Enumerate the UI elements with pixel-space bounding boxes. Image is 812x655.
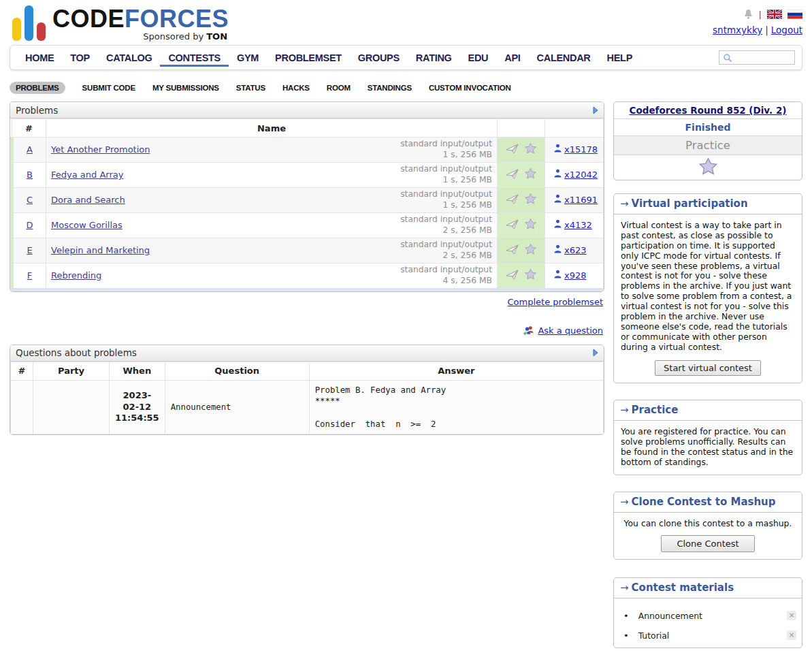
subnav-custom-invocation[interactable]: CUSTOM INVOCATION — [429, 84, 511, 92]
uk-flag-icon[interactable] — [767, 10, 782, 19]
favorite-star-icon[interactable] — [525, 143, 536, 156]
material-tutorial-link[interactable]: Tutorial — [638, 630, 787, 641]
problem-letter-link[interactable]: A — [27, 144, 33, 155]
practice-text: You are registered for practice. You can… — [614, 421, 802, 475]
codeforces-logo[interactable]: CODEFORCES Sponsored by TON — [12, 5, 229, 41]
question-index — [11, 380, 33, 434]
problem-name-link[interactable]: Fedya and Array — [51, 170, 123, 180]
problem-letter-link[interactable]: F — [27, 270, 32, 281]
problem-letter-link[interactable]: B — [27, 170, 33, 180]
clone-contest-box: →Clone Contest to Mashup You can clone t… — [613, 492, 802, 560]
nav-item-contests[interactable]: CONTESTS — [160, 48, 229, 67]
solved-user-icon — [554, 270, 562, 281]
sidebar: Codeforces Round 852 (Div. 2) Finished P… — [613, 101, 802, 648]
problem-letter-link[interactable]: E — [27, 245, 32, 255]
user-separator: | — [765, 25, 768, 35]
solved-count-link[interactable]: x11691 — [564, 195, 598, 205]
clone-contest-button[interactable]: Clone Contest — [661, 535, 754, 552]
problem-limits: standard input/output2 s, 256 MB — [400, 240, 492, 261]
col-header-name: Name — [46, 119, 498, 138]
favorite-star-icon[interactable] — [525, 269, 536, 282]
favorite-star-icon[interactable] — [525, 168, 536, 181]
favorite-star-icon[interactable] — [525, 193, 536, 206]
contest-favorite-star-icon[interactable] — [699, 167, 717, 177]
search-box — [719, 50, 795, 65]
complete-problemset-link[interactable]: Complete problemset — [508, 297, 603, 307]
logout-link[interactable]: Logout — [771, 25, 802, 35]
solved-count-link[interactable]: x928 — [564, 270, 587, 281]
nav-item-home[interactable]: HOME — [17, 48, 62, 66]
problem-row: C Dora and Searchstandard input/output1 … — [12, 187, 604, 212]
subnav-status[interactable]: STATUS — [236, 84, 265, 92]
submit-paper-plane-icon[interactable] — [506, 194, 519, 206]
search-input[interactable] — [735, 53, 790, 63]
solved-count-link[interactable]: x12042 — [564, 170, 598, 180]
contest-materials-title: Contest materials — [632, 581, 734, 594]
nav-item-catalog[interactable]: CATALOG — [98, 48, 160, 66]
problem-limits: standard input/output4 s, 256 MB — [400, 265, 492, 287]
virtual-participation-title: Virtual participation — [632, 197, 748, 210]
start-virtual-contest-button[interactable]: Start virtual contest — [655, 360, 761, 376]
q-col-index: # — [11, 362, 33, 380]
favorite-star-icon[interactable] — [525, 244, 536, 257]
solved-count-link[interactable]: x4132 — [564, 220, 592, 230]
contest-materials-box: →Contest materials Announcement × Tutori… — [613, 577, 802, 648]
nav-item-edu[interactable]: EDU — [460, 48, 497, 66]
subnav-room[interactable]: ROOM — [327, 84, 351, 92]
solved-count-link[interactable]: x15178 — [564, 144, 598, 155]
expand-arrow-icon[interactable] — [593, 106, 598, 114]
nav-item-calendar[interactable]: CALENDAR — [529, 48, 599, 66]
nav-item-rating[interactable]: RATING — [408, 48, 460, 66]
subnav-hacks[interactable]: HACKS — [282, 84, 310, 92]
submit-paper-plane-icon[interactable] — [506, 219, 519, 231]
contest-status: Finished — [614, 119, 802, 136]
problems-caption: Problems — [10, 102, 604, 118]
problem-name-link[interactable]: Velepin and Marketing — [51, 245, 150, 255]
material-item: Tutorial × — [623, 630, 796, 641]
subnav-my-submissions[interactable]: MY SUBMISSIONS — [152, 84, 219, 92]
problem-letter-link[interactable]: D — [26, 220, 33, 230]
logo-tagline: Sponsored by TON — [52, 32, 229, 41]
submit-paper-plane-icon[interactable] — [506, 270, 519, 282]
nav-item-problemset[interactable]: PROBLEMSET — [267, 48, 350, 66]
question-text: Announcement — [165, 380, 309, 434]
subnav-submit-code[interactable]: SUBMIT CODE — [82, 84, 135, 92]
solved-count-link[interactable]: x623 — [564, 245, 587, 255]
solved-user-icon — [554, 194, 562, 206]
virtual-participation-box: →Virtual participation Virtual contest i… — [613, 193, 802, 383]
problem-letter-link[interactable]: C — [27, 195, 33, 205]
practice-box: →Practice You are registered for practic… — [613, 400, 802, 475]
bell-icon[interactable] — [743, 9, 753, 20]
problem-name-link[interactable]: Rebrending — [51, 270, 101, 281]
problem-row: E Velepin and Marketingstandard input/ou… — [12, 238, 604, 263]
problem-name-link[interactable]: Dora and Search — [51, 195, 125, 205]
problem-name-link[interactable]: Moscow Gorillas — [51, 220, 123, 230]
close-icon[interactable]: × — [787, 630, 796, 640]
problem-name-link[interactable]: Yet Another Promotion — [51, 144, 150, 155]
submit-paper-plane-icon[interactable] — [506, 144, 519, 156]
col-header-index: # — [12, 119, 46, 138]
subnav-standings[interactable]: STANDINGS — [368, 84, 412, 92]
contest-title-link[interactable]: Codeforces Round 852 (Div. 2) — [630, 105, 787, 116]
nav-item-help[interactable]: HELP — [599, 48, 640, 66]
close-icon[interactable]: × — [787, 611, 796, 620]
nav-item-api[interactable]: API — [496, 48, 528, 66]
favorite-star-icon[interactable] — [525, 219, 536, 231]
ask-question-link[interactable]: Ask a question — [538, 325, 603, 336]
ru-flag-icon[interactable] — [787, 10, 802, 19]
nav-item-top[interactable]: TOP — [62, 48, 98, 66]
expand-arrow-icon[interactable] — [593, 349, 598, 357]
nav-item-groups[interactable]: GROUPS — [350, 48, 408, 66]
virtual-participation-text: Virtual contest is a way to take part in… — [621, 221, 795, 352]
caption-arrow: → — [620, 496, 629, 508]
q-col-party: Party — [33, 362, 110, 380]
material-announcement-link[interactable]: Announcement — [638, 611, 787, 621]
submit-paper-plane-icon[interactable] — [506, 244, 519, 257]
caption-arrow: → — [620, 197, 629, 210]
problems-box: Problems # Name — [10, 101, 604, 292]
submit-paper-plane-icon[interactable] — [506, 169, 519, 181]
user-handle-link[interactable]: sntmxykky — [713, 25, 762, 35]
subnav-problems[interactable]: PROBLEMS — [10, 82, 65, 94]
nav-item-gym[interactable]: GYM — [229, 48, 267, 66]
logo-wordmark: CODEFORCES — [52, 5, 229, 33]
